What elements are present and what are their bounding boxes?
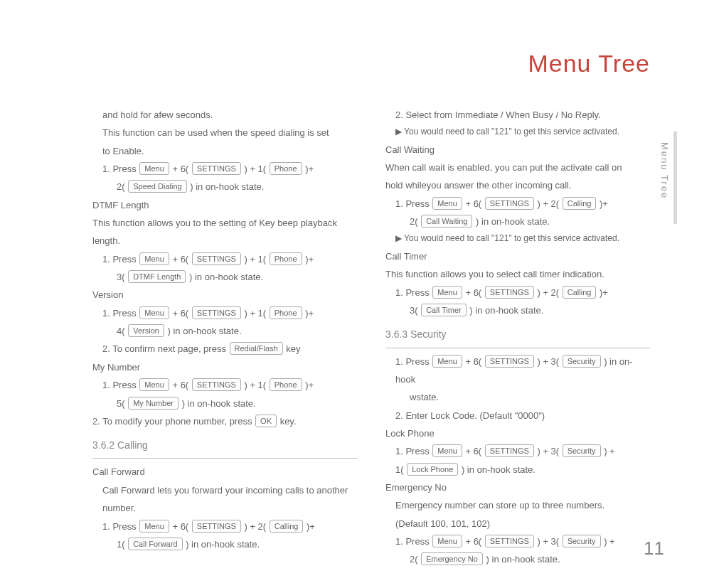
step-line: 2( Call Waiting ) in on-hook state. [385,213,650,230]
step-line: 2( Speed Dialing ) in on-hook state. [92,178,357,196]
step-line: 2( Emergency No ) in on-hook state. [385,550,650,568]
text: ) + 2( [535,287,562,298]
step-line: 2. To modify your phone number, press OK… [92,412,357,430]
text: + 6( [463,536,484,547]
side-label: Menu Tree [659,142,670,199]
step-line: 1. Press Menu + 6( SETTINGS ) + 2( Calli… [92,518,357,535]
text-line: This function allows you to the setting … [92,214,357,232]
key-security: Security [563,444,601,457]
text: ) in on-hook state. [467,305,544,316]
text-line: This function can be used when the speed… [92,124,357,141]
key-phone: Phone [270,252,302,265]
text: )+ [303,380,314,390]
key-menu: Menu [432,286,462,299]
text: 2( [410,216,420,227]
key-menu: Menu [139,378,169,391]
text-line: number. [92,499,357,517]
text: + 6( [170,254,191,264]
key-menu: Menu [139,520,169,533]
step-line: 1. Press Menu + 6( SETTINGS ) + 1( Phone… [92,160,357,178]
key-calling: Calling [563,197,597,210]
text: )+ [303,164,314,174]
key-settings: SETTINGS [192,520,241,533]
text: 1. Press [395,446,432,456]
text: ) in on-hook state. [484,554,560,565]
text: key [284,343,301,354]
step-line: 1. Press Menu + 6( SETTINGS ) + 3( Secur… [385,533,650,550]
text: + 6( [463,198,484,209]
step-line: 1. Press Menu + 6( SETTINGS ) + 1( Phone… [92,304,357,322]
text-line: This function allows you to select call … [385,265,650,283]
text: ) + 1( [242,254,269,264]
step-line: 1. Press Menu + 6( SETTINGS ) + 2( Calli… [385,195,650,213]
key-settings: SETTINGS [485,286,534,299]
key-settings: SETTINGS [485,444,534,457]
right-column: 2. Select from Immediate / When Busy / N… [385,106,650,569]
text-line: Call Forward lets you forward your incom… [92,481,357,499]
step-line: 1. Press Menu + 6( SETTINGS ) + 3( Secur… [385,353,650,389]
text: 1( [117,539,127,550]
heading-my-number: My Number [92,358,357,376]
text: ) + 1( [242,164,269,174]
text-line: hold whileyou answer the other incoming … [385,176,650,194]
text: + 6( [463,287,484,298]
text: 1. Press [395,536,432,547]
step-line: 1( Lock Phone ) in on-hook state. [385,461,650,479]
key-phone: Phone [270,306,302,319]
text: 3( [117,272,127,282]
text: key. [277,416,297,427]
key-settings: SETTINGS [192,162,241,175]
step-line: 3( DTMF Length ) in on-hook state. [92,268,357,286]
key-emergency-no: Emergency No [421,552,483,565]
key-menu: Menu [432,355,462,368]
key-settings: SETTINGS [192,306,241,319]
step-line: 2. To confirm next page, press Redial/Fl… [92,340,357,358]
text: ) + 1( [242,308,269,319]
step-line: 4( Version ) in on-hook state. [92,322,357,340]
text: 1( [395,464,406,475]
text: 1. Press [102,254,139,264]
key-security: Security [563,535,601,547]
text: ) in on-hook state. [183,539,260,550]
key-version: Version [128,324,164,337]
text: 2( [410,554,420,565]
text: 1. Press [395,198,432,209]
key-security: Security [563,355,601,368]
heading-dtmf: DTMF Length [92,196,357,214]
side-tab [673,132,677,224]
key-call-forward: Call Forward [128,538,182,550]
key-speed-dialing: Speed Dialing [128,180,187,193]
text: ) + [602,536,615,547]
text: ) in on-hook state. [473,216,550,227]
key-lock-phone: Lock Phone [407,463,458,476]
key-settings: SETTINGS [485,355,534,368]
text: 1. Press [102,308,139,319]
page-title: Menu Tree [92,50,650,77]
step-line: 1. Press Menu + 6( SETTINGS ) + 1( Phone… [92,376,357,394]
text-line: length. [92,232,357,250]
text: ) + 2( [242,521,269,532]
heading-call-timer: Call Timer [385,247,650,265]
page-number: 11 [644,538,664,560]
heading-emergency-no: Emergency No [385,479,650,496]
text: ) in on-hook state. [165,326,242,336]
key-phone: Phone [270,378,302,391]
text-line: 2. Enter Lock Code. (Default "0000") [385,407,650,424]
key-menu: Menu [139,252,169,265]
key-ok: OK [255,415,277,427]
note-line: ▶ You would need to call "121" to get th… [385,230,650,247]
heading-lock-phone: Lock Phone [385,424,650,442]
step-line: 1. Press Menu + 6( SETTINGS ) + 1( Phone… [92,250,357,268]
text: + 6( [170,164,191,174]
step-line: 3( Call Timer ) in on-hook state. [385,301,650,319]
section-362-calling: 3.6.2 Calling [92,436,357,459]
key-settings: SETTINGS [485,197,534,210]
text: 4( [117,326,127,336]
step-line: 1. Press Menu + 6( SETTINGS ) + 2( Calli… [385,284,650,301]
text: ) in on-hook state. [188,181,265,192]
text: + 6( [170,380,191,390]
text: 5( [117,398,127,409]
key-settings: SETTINGS [485,535,534,547]
text: 2. To confirm next page, press [102,343,229,354]
heading-call-waiting: Call Waiting [385,141,650,159]
